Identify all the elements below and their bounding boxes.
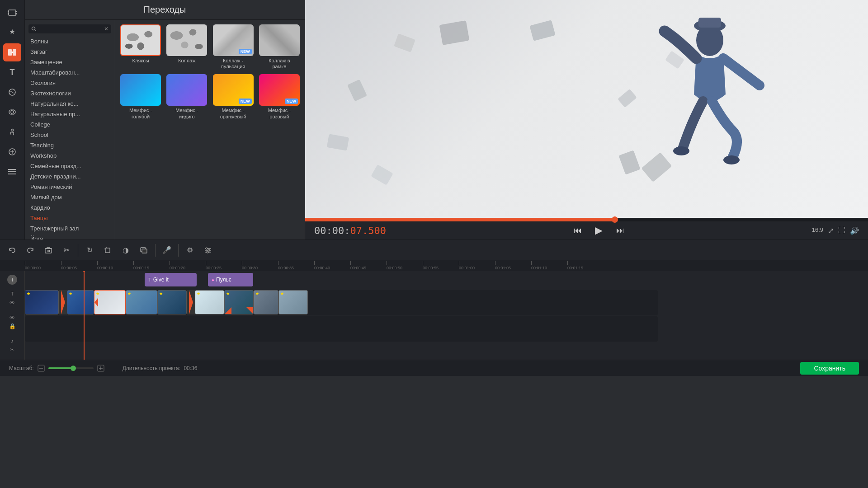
transition-item-kollazh[interactable]: Коллаж bbox=[166, 24, 208, 70]
toolbar-sport-btn[interactable] bbox=[3, 123, 21, 141]
title-track-eye-icon[interactable]: 👁 bbox=[9, 300, 16, 307]
rotate-button[interactable]: ↻ bbox=[82, 243, 97, 258]
category-item-school[interactable]: School bbox=[25, 130, 115, 140]
video-clip-1[interactable]: ★ bbox=[25, 290, 59, 314]
new-badge-memfis_oranzheviy: NEW bbox=[239, 99, 252, 104]
adjustments-button[interactable] bbox=[200, 243, 216, 258]
toolbar-color-btn[interactable] bbox=[3, 83, 21, 101]
category-item-teaching[interactable]: Teaching bbox=[25, 140, 115, 150]
video-track-controls: 👁 🔒 bbox=[2, 311, 23, 333]
transition-item-memfis_indigo[interactable]: Мемфис -индиго bbox=[166, 74, 208, 119]
video-track-eye-icon[interactable]: 👁 bbox=[9, 314, 16, 322]
timeline-track-controls: + T 👁 👁 🔒 ♪ ✂ bbox=[0, 271, 25, 360]
video-clip-3[interactable]: ★ bbox=[94, 290, 126, 314]
timeline-content: + T 👁 👁 🔒 ♪ ✂ bbox=[0, 271, 868, 360]
toolbar-overlay-btn[interactable] bbox=[3, 103, 21, 121]
toolbar-transitions-btn[interactable] bbox=[3, 43, 21, 61]
toolbar-add-btn[interactable] bbox=[3, 143, 21, 161]
category-item-zigzag[interactable]: Зигзаг bbox=[25, 47, 115, 57]
category-item-natural_ko[interactable]: Натуральная ко... bbox=[25, 99, 115, 109]
ruler-mark: 00:00:25 bbox=[206, 261, 242, 270]
audio-track-scissors-icon[interactable]: ✂ bbox=[9, 347, 16, 354]
timeline-tracks[interactable]: T Give it ● Пульс ★ bbox=[25, 271, 868, 360]
video-clip-7[interactable]: ★ bbox=[224, 290, 254, 314]
category-item-trenazherniy[interactable]: Тренажерный зал bbox=[25, 223, 115, 234]
cut-button[interactable]: ✂ bbox=[59, 243, 74, 258]
category-list-container: ВолныЗигзагЗамещениеМасштабирован...Экол… bbox=[25, 36, 115, 239]
redo-button[interactable] bbox=[23, 243, 38, 258]
delete-button[interactable] bbox=[41, 243, 56, 258]
transition-item-kollazh_pulsatsiya[interactable]: NEWКоллаж -пульсация bbox=[212, 24, 254, 70]
category-item-yoga[interactable]: Йога bbox=[25, 234, 115, 239]
transition-item-memfis_oranzheviy[interactable]: NEWМемфис -оранжевый bbox=[212, 74, 254, 119]
search-close-icon[interactable]: ✕ bbox=[104, 26, 108, 32]
category-item-volny[interactable]: Волны bbox=[25, 36, 115, 47]
save-button[interactable]: Сохранить bbox=[800, 362, 859, 375]
transition-1[interactable] bbox=[59, 290, 67, 314]
play-button[interactable]: ▶ bbox=[592, 223, 606, 238]
category-item-college[interactable]: College bbox=[25, 119, 115, 130]
toolbar-effects-btn[interactable] bbox=[3, 23, 21, 42]
ruler-mark: 00:00:00 bbox=[25, 261, 61, 270]
toolbar-film-btn[interactable] bbox=[3, 4, 21, 22]
toolbar-divider-1 bbox=[78, 244, 78, 257]
external-link-icon[interactable]: ⤢ bbox=[828, 226, 834, 235]
volume-icon[interactable]: 🔊 bbox=[850, 226, 859, 235]
audio-track bbox=[25, 316, 658, 342]
category-item-ekotehnologii[interactable]: Экотехнологии bbox=[25, 88, 115, 99]
toolbar-text-btn[interactable]: T bbox=[3, 63, 21, 81]
title-chip-give-it[interactable]: T Give it bbox=[145, 273, 197, 286]
overlay-button[interactable] bbox=[136, 243, 151, 258]
category-item-ekologia[interactable]: Экология bbox=[25, 78, 115, 88]
transition-item-memfis_rozoviy[interactable]: NEWМемфис -розовый bbox=[259, 74, 300, 119]
fullscreen-icon[interactable]: ⛶ bbox=[838, 226, 845, 235]
ruler-mark: 00:01:10 bbox=[531, 261, 567, 270]
flying-obj-4 bbox=[347, 80, 367, 102]
zoom-thumb[interactable] bbox=[71, 366, 76, 371]
svg-rect-16 bbox=[8, 174, 16, 174]
video-clip-5[interactable]: ★ bbox=[157, 290, 187, 314]
video-clip-2[interactable]: ★ bbox=[67, 290, 94, 314]
video-clip-8[interactable]: ★ bbox=[254, 290, 278, 314]
video-progress-bar[interactable] bbox=[305, 218, 868, 221]
ruler-mark: 00:01:05 bbox=[495, 261, 531, 270]
category-item-zameschenie[interactable]: Замещение bbox=[25, 57, 115, 67]
video-clip-4[interactable]: ★ bbox=[126, 290, 157, 314]
zoom-out-icon[interactable] bbox=[38, 365, 45, 372]
mic-button[interactable]: 🎤 bbox=[159, 243, 175, 258]
category-item-detskie[interactable]: Детские праздни... bbox=[25, 171, 115, 182]
search-input[interactable] bbox=[38, 26, 93, 32]
ruler-mark: 00:01:00 bbox=[459, 261, 495, 270]
video-clip-9[interactable]: ★ bbox=[278, 290, 308, 314]
transition-item-kollazh_ramke[interactable]: Коллаж врамке bbox=[259, 24, 300, 70]
skip-forward-button[interactable]: ⏭ bbox=[613, 223, 627, 238]
ruler-mark: 00:00:05 bbox=[61, 261, 97, 270]
transition-item-memfis_goluboi[interactable]: Мемфис -голубой bbox=[120, 74, 161, 119]
category-item-semeinye[interactable]: Семейные празд... bbox=[25, 161, 115, 171]
title-chip-puls[interactable]: ● Пульс bbox=[208, 273, 253, 286]
category-item-romanticheskiy[interactable]: Романтический bbox=[25, 182, 115, 192]
video-track-lock-icon[interactable]: 🔒 bbox=[9, 323, 16, 330]
category-item-kardio[interactable]: Кардио bbox=[25, 202, 115, 213]
transition-2[interactable] bbox=[187, 290, 195, 314]
add-track-button[interactable]: + bbox=[7, 275, 17, 285]
category-item-tantsy[interactable]: Танцы bbox=[25, 213, 115, 223]
undo-button[interactable] bbox=[5, 243, 20, 258]
export-controls: 16:9 ⤢ ⛶ 🔊 bbox=[812, 226, 859, 235]
color-adjust-button[interactable]: ◑ bbox=[118, 243, 133, 258]
category-item-masshtab[interactable]: Масштабирован... bbox=[25, 67, 115, 78]
transition-item-klyaksy[interactable]: Кляксы bbox=[120, 24, 161, 70]
dancer-figure bbox=[642, 13, 778, 205]
progress-thumb[interactable] bbox=[612, 216, 618, 223]
title-puls-label: Пульс bbox=[216, 277, 231, 283]
crop-button[interactable] bbox=[100, 243, 115, 258]
skip-back-button[interactable]: ⏮ bbox=[571, 223, 585, 238]
settings-button[interactable]: ⚙ bbox=[182, 243, 198, 258]
zoom-slider[interactable] bbox=[48, 367, 94, 369]
zoom-in-icon[interactable] bbox=[97, 365, 104, 372]
video-clip-6[interactable]: ★ bbox=[195, 290, 224, 314]
category-item-natural_pr[interactable]: Натуральные пр... bbox=[25, 109, 115, 119]
category-item-milyy_dom[interactable]: Милый дом bbox=[25, 192, 115, 202]
toolbar-menu-btn[interactable] bbox=[3, 163, 21, 181]
category-item-workshop[interactable]: Workshop bbox=[25, 150, 115, 161]
